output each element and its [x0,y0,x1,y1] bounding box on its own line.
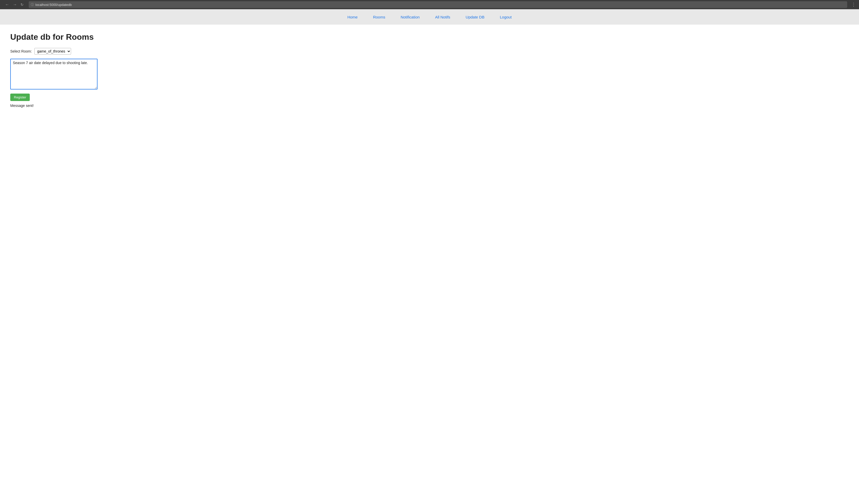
browser-nav: ← → ↻ [4,2,25,7]
register-row: Register [10,94,849,104]
main-content: Update db for Rooms Select Room: game_of… [0,25,859,115]
browser-menu-button[interactable]: ⋮ [851,2,856,7]
select-row: Select Room: game_of_thrones breaking_ba… [10,48,849,54]
reload-button[interactable]: ↻ [19,2,25,7]
address-bar[interactable] [35,3,845,7]
message-textarea[interactable]: Season 7 air date delayed due to shootin… [10,59,97,90]
security-icon: ⓘ [31,3,34,7]
select-label: Select Room: [10,49,32,53]
nav-logout[interactable]: Logout [500,15,512,19]
nav-rooms[interactable]: Rooms [373,15,386,19]
nav-all-notifs[interactable]: All Notifs [435,15,450,19]
forward-button[interactable]: → [12,2,18,7]
address-bar-container: ⓘ [29,1,847,8]
nav-home[interactable]: Home [347,15,358,19]
back-button[interactable]: ← [4,2,10,7]
browser-chrome: ← → ↻ ⓘ ⋮ [0,0,859,9]
success-message: Message sent! [10,104,849,108]
nav-bar: Home Rooms Notification All Notifs Updat… [0,9,859,25]
room-select[interactable]: game_of_thrones breaking_bad westworld [34,48,71,54]
nav-update-db[interactable]: Update DB [466,15,484,19]
register-button[interactable]: Register [10,94,30,101]
page-title: Update db for Rooms [10,32,849,42]
nav-notification[interactable]: Notification [401,15,420,19]
